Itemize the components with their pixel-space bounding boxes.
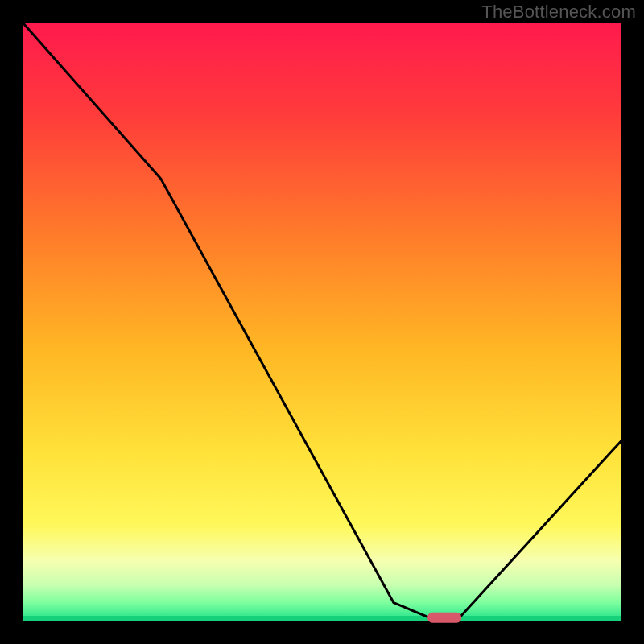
watermark-text: TheBottleneck.com (481, 2, 636, 23)
optimum-marker (427, 613, 461, 623)
bottleneck-chart (0, 0, 644, 644)
plot-background (23, 23, 621, 621)
chart-frame: TheBottleneck.com (0, 0, 644, 644)
baseline-strip (23, 616, 621, 621)
